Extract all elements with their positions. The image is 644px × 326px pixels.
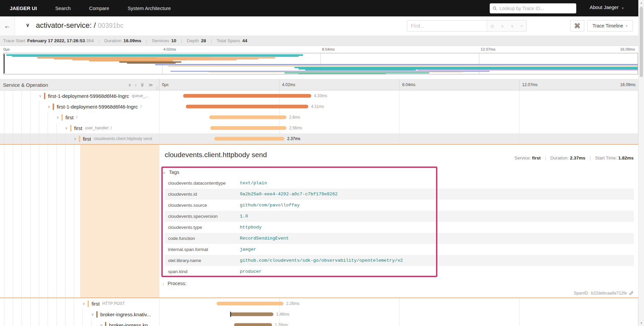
process-section-header[interactable]: › Process: [163, 281, 186, 286]
scroll-up-arrow-icon[interactable]: ▲ [639, 1, 644, 4]
span-row[interactable]: ∨firstuser_handler: / 2.56ms [0, 123, 638, 133]
find-input[interactable]: Find... ◎ ∧ ∨ × [407, 20, 527, 31]
scrollbar-thumb[interactable] [640, 7, 643, 77]
tags-section-header[interactable]: ∨ Tags [163, 170, 179, 175]
trace-view-selector[interactable]: Trace Timeline ∨ [587, 20, 633, 31]
span-bar-cell[interactable]: 1.28ms [159, 320, 638, 326]
target-icon[interactable]: ◎ [490, 23, 494, 28]
span-row[interactable]: ∨first-1-deployment-59968d6f46-lngrcqueu… [0, 90, 638, 101]
span-row[interactable]: ∨broker-ingress.knativ... 1.46ms [0, 309, 638, 320]
span-tree-item[interactable]: ∨first/ [0, 112, 159, 123]
tag-row: cloudevents.sourcegithub/com/pavolloffay [165, 200, 634, 211]
span-duration-label: 2.6ms [286, 115, 300, 120]
chevron-down-icon[interactable]: ∨ [83, 302, 85, 306]
clear-icon[interactable]: × [521, 23, 523, 28]
start-time-label: Start Time: [595, 155, 617, 160]
span-bar-cell[interactable]: 2.37ms [159, 133, 638, 144]
chevron-up-icon[interactable]: ∧ [501, 23, 504, 28]
tag-key: internal.span.format [165, 247, 240, 252]
span-bar[interactable] [214, 137, 285, 141]
span-bar[interactable] [186, 105, 308, 109]
column-resize-handle[interactable]: || [156, 86, 158, 90]
span-bar-cell[interactable]: 4.33ms [159, 90, 638, 101]
about-jaeger-menu[interactable]: About Jaeger ∨ [590, 5, 624, 10]
span-bar[interactable] [210, 126, 286, 130]
scroll-down-arrow-icon[interactable]: ▼ [639, 322, 644, 325]
chevron-down-icon[interactable]: ∨ [48, 105, 50, 109]
timeline-minimap[interactable] [3, 53, 638, 74]
chevron-down-icon[interactable]: ∨ [74, 137, 76, 141]
meta-value-muted: .354 [85, 38, 94, 43]
chevron-down-icon[interactable]: ∨ [100, 323, 103, 326]
service-name: first [65, 115, 73, 120]
app-brand[interactable]: JAEGER UI [10, 5, 37, 11]
chevron-down-icon[interactable]: ∨ [56, 115, 59, 120]
span-bar-cell[interactable]: 2.56ms [159, 123, 638, 133]
trace-id-lookup-input[interactable]: Lookup by Trace ID... [490, 3, 576, 13]
span-duration-label: 2.26ms [283, 301, 299, 306]
chevron-down-icon[interactable]: ∨ [39, 94, 42, 98]
span-bar[interactable] [234, 323, 272, 326]
chevron-down-icon[interactable]: ∨ [91, 312, 94, 317]
keyboard-shortcuts-button[interactable]: ⌘ [570, 20, 584, 31]
span-bar-cell[interactable]: 2.26ms [159, 298, 638, 309]
meta-label: Services [152, 38, 169, 43]
link-icon[interactable] [629, 291, 634, 296]
span-row-selected[interactable]: ∨firstcloudevents.client.httpbody send 2… [0, 133, 638, 144]
back-button[interactable]: ← [0, 16, 15, 36]
collapse-trace-chevron-icon[interactable]: ∨ [26, 22, 30, 28]
timeline-tick: 8.04ms [402, 82, 415, 87]
tag-row: cloudevents.id9a2b25a0-eee4-4292-a0c7-c7… [165, 189, 634, 200]
span-detail-band: cloudevents.client.httpbody send Service… [0, 144, 638, 298]
nav-compare[interactable]: Compare [89, 6, 109, 11]
vertical-scrollbar[interactable]: ▲ ▼ [638, 0, 644, 326]
span-row[interactable]: ∨firstHTTP POST 2.26ms [0, 298, 638, 309]
span-bar[interactable] [217, 302, 284, 306]
span-row[interactable]: ∨first-1-deployment-59968d6f46-lngrc/ 4.… [0, 101, 638, 112]
meta-value: 44 [242, 38, 247, 43]
span-tree-item[interactable]: ∨firstcloudevents.client.httpbody send [0, 133, 159, 144]
span-tree-item[interactable]: ∨broker-ingress.knativ... [0, 309, 159, 320]
tag-key: cloudevents.type [165, 225, 240, 230]
span-detail-panel: cloudevents.client.httpbody send Service… [159, 145, 638, 298]
tag-key: cloudevents.specversion [165, 214, 240, 219]
chevron-right-icon[interactable]: › [135, 82, 136, 87]
span-row[interactable]: ∨first/ 2.6ms [0, 112, 638, 123]
find-placeholder: Find... [411, 23, 424, 28]
tag-value: producer [240, 269, 262, 274]
span-bar[interactable] [209, 116, 286, 119]
double-chevron-down-icon[interactable]: ≫ [140, 82, 145, 87]
chevron-down-icon[interactable]: ∨ [511, 23, 514, 28]
span-bar-cell[interactable]: 4.11ms [159, 101, 638, 112]
span-bar-cell[interactable]: 1.46ms [159, 309, 638, 320]
span-duration-label: 2.37ms [284, 136, 300, 141]
minimap-tick-labels: 0μs 4.02ms 8.04ms 12.07ms 16.09ms [0, 47, 638, 53]
meta-value: 10 [171, 38, 176, 43]
service-color-bar [96, 311, 98, 318]
tag-key: code.function [165, 236, 240, 241]
span-tree-item[interactable]: ∨first-1-deployment-59968d6f46-lngrcqueu… [0, 90, 159, 101]
start-time-value: 1.82ms [618, 155, 634, 160]
span-bar[interactable] [183, 94, 311, 98]
minimap-tick: 16.09ms [620, 47, 635, 51]
tag-row: otel.library.namegithub.com/cloudevents/… [165, 255, 634, 266]
service-value: first [532, 155, 541, 160]
span-row[interactable]: ∨broker-ingress.kn... 1.28ms [0, 320, 638, 326]
duration-label: Duration: [550, 155, 569, 160]
timeline-tick: 4.02ms [282, 82, 295, 87]
span-tree-item[interactable]: ∨broker-ingress.kn... [0, 320, 159, 326]
nav-system-architecture[interactable]: System Architecture [127, 6, 171, 11]
double-chevron-right-icon[interactable]: ≫ [148, 82, 153, 87]
chevron-down-icon[interactable]: ∨ [128, 82, 131, 87]
span-tree-item[interactable]: ∨firstuser_handler: / [0, 123, 159, 133]
service-operation-label: Service & Operation [3, 82, 48, 88]
service-name: first [74, 125, 82, 131]
minimap-tick: 0μs [3, 47, 10, 51]
span-bar-cell[interactable]: 2.6ms [159, 112, 638, 123]
span-tree-item[interactable]: ∨firstHTTP POST [0, 298, 159, 309]
nav-search[interactable]: Search [55, 6, 71, 11]
meta-value: 28 [201, 38, 206, 43]
span-bar[interactable] [230, 313, 274, 316]
span-tree-item[interactable]: ∨first-1-deployment-59968d6f46-lngrc/ [0, 101, 159, 112]
chevron-down-icon[interactable]: ∨ [65, 126, 68, 130]
